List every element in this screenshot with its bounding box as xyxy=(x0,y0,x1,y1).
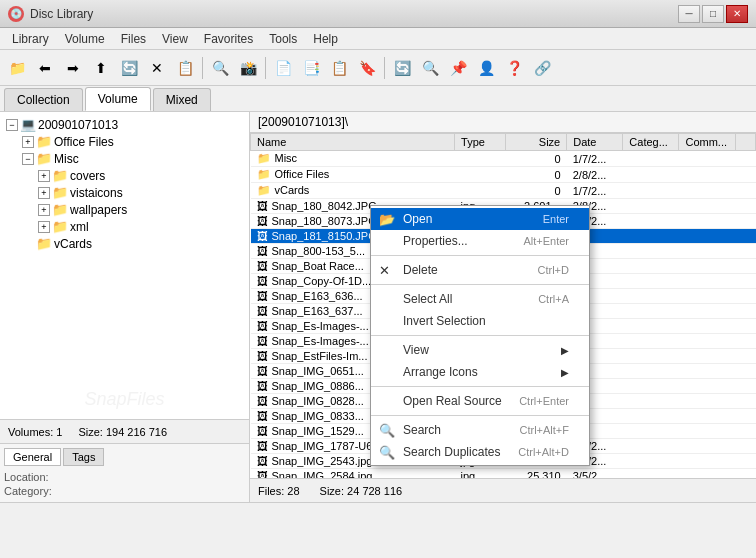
tree-node-wallpapers[interactable]: + 📁 wallpapers xyxy=(36,201,245,218)
ctx-menu-item-properties[interactable]: Properties...Alt+Enter xyxy=(371,230,589,252)
path-bar: [200901071013]\ xyxy=(250,112,756,133)
table-row[interactable]: 🖼Snap_IMG_2584.jpgjpg25 3103/5/2... xyxy=(251,469,756,479)
tree-toggle-wallpapers[interactable]: + xyxy=(38,204,50,216)
tree-node-vcards[interactable]: 📁 vCards xyxy=(20,235,245,252)
tool-refresh[interactable]: 🔄 xyxy=(116,55,142,81)
ctx-menu-item-view[interactable]: View▶ xyxy=(371,339,589,361)
tree-node-misc[interactable]: − 📁 Misc xyxy=(20,150,245,167)
ctx-item-label: Arrange Icons xyxy=(403,365,478,379)
tool-user[interactable]: 👤 xyxy=(473,55,499,81)
tree-toggle-xml[interactable]: + xyxy=(38,221,50,233)
tree-node-xml[interactable]: + 📁 xml xyxy=(36,218,245,235)
file-comment-cell xyxy=(679,409,735,424)
tab-mixed[interactable]: Mixed xyxy=(153,88,211,111)
ctx-menu-item-search[interactable]: 🔍SearchCtrl+Alt+F xyxy=(371,419,589,441)
maximize-button[interactable]: □ xyxy=(702,5,724,23)
info-tab-tags[interactable]: Tags xyxy=(63,448,104,466)
col-size[interactable]: Size xyxy=(506,134,567,151)
close-button[interactable]: ✕ xyxy=(726,5,748,23)
file-comment-cell xyxy=(679,304,735,319)
table-row[interactable]: 📁Office Files02/8/2... xyxy=(251,167,756,183)
tree-toggle-office[interactable]: + xyxy=(22,136,34,148)
file-category-cell xyxy=(623,334,679,349)
tool-pin[interactable]: 📌 xyxy=(445,55,471,81)
tool-new[interactable]: 📁 xyxy=(4,55,30,81)
info-tab-general[interactable]: General xyxy=(4,448,61,466)
tool-find[interactable]: 🔍 xyxy=(417,55,443,81)
tab-volume[interactable]: Volume xyxy=(85,87,151,111)
tool-back[interactable]: ⬅ xyxy=(32,55,58,81)
left-panel: − 💻 200901071013 + 📁 Office Files − 📁 Mi… xyxy=(0,112,250,502)
tool-help[interactable]: ❓ xyxy=(501,55,527,81)
menu-tools[interactable]: Tools xyxy=(261,30,305,48)
ctx-item-icon: 🔍 xyxy=(379,445,395,460)
tree-label-xml: xml xyxy=(70,220,89,234)
file-category-cell xyxy=(623,214,679,229)
menu-favorites[interactable]: Favorites xyxy=(196,30,261,48)
tree-node-covers[interactable]: + 📁 covers xyxy=(36,167,245,184)
tool-stop[interactable]: ✕ xyxy=(144,55,170,81)
ctx-menu-item-open-real-source[interactable]: Open Real SourceCtrl+Enter xyxy=(371,390,589,412)
file-icon: 📁 xyxy=(257,168,271,180)
file-icon: 🖼 xyxy=(257,305,268,317)
ctx-menu-item-invert-selection[interactable]: Invert Selection xyxy=(371,310,589,332)
col-name[interactable]: Name xyxy=(251,134,455,151)
tool-doc3[interactable]: 📋 xyxy=(326,55,352,81)
tool-doc2[interactable]: 📑 xyxy=(298,55,324,81)
minimize-button[interactable]: ─ xyxy=(678,5,700,23)
folder-icon-office: 📁 xyxy=(36,134,52,149)
files-count: Files: 28 xyxy=(258,485,300,497)
tool-up[interactable]: ⬆ xyxy=(88,55,114,81)
tool-camera[interactable]: 📸 xyxy=(235,55,261,81)
menu-help[interactable]: Help xyxy=(305,30,346,48)
ctx-item-shortcut: Ctrl+Alt+D xyxy=(518,446,569,458)
col-date[interactable]: Date xyxy=(567,134,623,151)
tab-collection[interactable]: Collection xyxy=(4,88,83,111)
tree-root[interactable]: − 💻 200901071013 xyxy=(4,116,245,133)
tree-node-vistaicons[interactable]: + 📁 vistaicons xyxy=(36,184,245,201)
table-header-row: Name Type Size Date Categ... Comm... xyxy=(251,134,756,151)
tool-link[interactable]: 🔗 xyxy=(529,55,555,81)
status-bar-right: Files: 28 Size: 24 728 116 xyxy=(250,478,756,502)
tree-label-vistaicons: vistaicons xyxy=(70,186,123,200)
ctx-item-shortcut: Ctrl+Enter xyxy=(519,395,569,407)
tool-doc1[interactable]: 📄 xyxy=(270,55,296,81)
col-comment[interactable]: Comm... xyxy=(679,134,735,151)
ctx-menu-item-open[interactable]: 📂OpenEnter xyxy=(371,208,589,230)
menu-files[interactable]: Files xyxy=(113,30,154,48)
menu-library[interactable]: Library xyxy=(4,30,57,48)
ctx-separator xyxy=(371,335,589,336)
tree-node-office[interactable]: + 📁 Office Files xyxy=(20,133,245,150)
file-comment-cell xyxy=(679,454,735,469)
tree-toggle-covers[interactable]: + xyxy=(38,170,50,182)
ctx-item-icon: 🔍 xyxy=(379,423,395,438)
col-category[interactable]: Categ... xyxy=(623,134,679,151)
menu-view[interactable]: View xyxy=(154,30,196,48)
tree-label-root: 200901071013 xyxy=(38,118,118,132)
file-extra-cell xyxy=(735,379,755,394)
tool-search[interactable]: 🔍 xyxy=(207,55,233,81)
ctx-menu-item-arrange-icons[interactable]: Arrange Icons▶ xyxy=(371,361,589,383)
file-name-cell: 📁vCards xyxy=(251,183,455,199)
tool-bookmark[interactable]: 🔖 xyxy=(354,55,380,81)
ctx-menu-item-delete[interactable]: ✕DeleteCtrl+D xyxy=(371,259,589,281)
table-row[interactable]: 📁vCards01/7/2... xyxy=(251,183,756,199)
tree-toggle-vistaicons[interactable]: + xyxy=(38,187,50,199)
file-category-cell xyxy=(623,349,679,364)
tree-children-root: + 📁 Office Files − 📁 Misc + 📁 covers xyxy=(4,133,245,252)
file-extra-cell xyxy=(735,151,755,167)
tree-toggle-root[interactable]: − xyxy=(6,119,18,131)
table-row[interactable]: 📁Misc01/7/2... xyxy=(251,151,756,167)
tree-toggle-misc[interactable]: − xyxy=(22,153,34,165)
file-icon: 📁 xyxy=(257,184,271,196)
tool-sync[interactable]: 🔄 xyxy=(389,55,415,81)
ctx-menu-item-select-all[interactable]: Select AllCtrl+A xyxy=(371,288,589,310)
tool-forward[interactable]: ➡ xyxy=(60,55,86,81)
menu-volume[interactable]: Volume xyxy=(57,30,113,48)
ctx-item-label: Open xyxy=(403,212,432,226)
file-size-cell: 0 xyxy=(506,167,567,183)
col-type[interactable]: Type xyxy=(455,134,506,151)
tool-copy[interactable]: 📋 xyxy=(172,55,198,81)
file-category-cell xyxy=(623,304,679,319)
ctx-menu-item-search-duplicates[interactable]: 🔍Search DuplicatesCtrl+Alt+D xyxy=(371,441,589,463)
